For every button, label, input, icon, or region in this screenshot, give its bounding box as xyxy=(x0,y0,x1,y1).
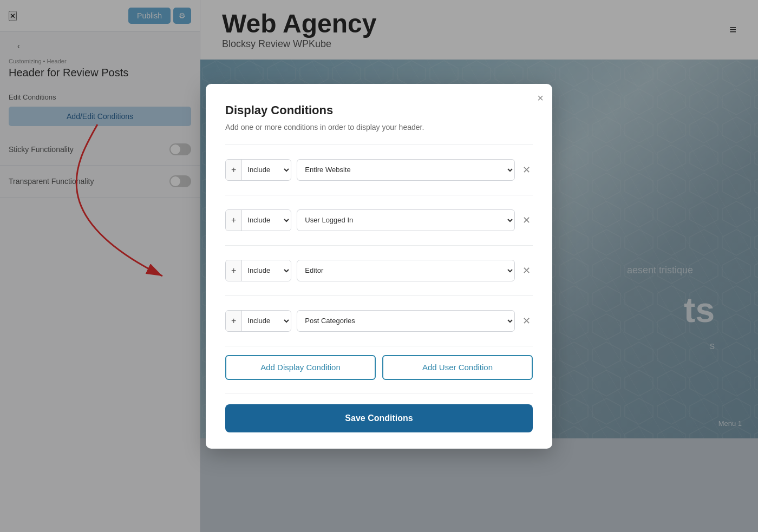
condition-value-select-4[interactable]: Post Categories Posts Pages xyxy=(297,310,515,332)
condition-plus-2: + xyxy=(226,210,242,231)
condition-remove-4[interactable]: ✕ xyxy=(520,314,533,328)
condition-row-4: + Include Exclude Post Categories Posts … xyxy=(225,305,533,337)
modal-close-button[interactable]: × xyxy=(537,93,544,103)
divider-top xyxy=(225,145,533,145)
modal-title: Display Conditions xyxy=(225,103,533,117)
condition-type-select-1[interactable]: Include Exclude xyxy=(242,160,291,180)
divider-4 xyxy=(225,346,533,346)
divider-3 xyxy=(225,295,533,296)
modal-overlay: × Display Conditions Add one or more con… xyxy=(0,0,758,532)
divider-bottom xyxy=(225,393,533,393)
condition-left-2: + Include Exclude xyxy=(225,209,291,231)
condition-left-1: + Include Exclude xyxy=(225,159,291,181)
condition-value-select-1[interactable]: Entire Website Front Page Blog Page 404 … xyxy=(297,159,515,181)
condition-value-select-3[interactable]: Editor Administrator Author xyxy=(297,260,515,281)
condition-left-4: + Include Exclude xyxy=(225,310,291,332)
condition-type-select-4[interactable]: Include Exclude xyxy=(242,311,291,331)
condition-plus-4: + xyxy=(226,311,242,331)
add-display-condition-button[interactable]: Add Display Condition xyxy=(225,355,376,380)
condition-type-select-2[interactable]: Include Exclude xyxy=(242,210,291,231)
add-condition-buttons: Add Display Condition Add User Condition xyxy=(225,355,533,380)
modal-description: Add one or more conditions in order to d… xyxy=(225,123,533,132)
condition-plus-1: + xyxy=(226,160,242,180)
divider-1 xyxy=(225,195,533,195)
condition-type-select-3[interactable]: Include Exclude xyxy=(242,260,291,281)
condition-row-1: + Include Exclude Entire Website Front P… xyxy=(225,154,533,186)
save-conditions-button[interactable]: Save Conditions xyxy=(225,404,533,432)
condition-remove-1[interactable]: ✕ xyxy=(520,163,533,177)
condition-value-select-2[interactable]: User Logged In User Logged Out xyxy=(297,209,515,231)
condition-left-3: + Include Exclude xyxy=(225,260,291,281)
condition-remove-3[interactable]: ✕ xyxy=(520,264,533,278)
modal-dialog: × Display Conditions Add one or more con… xyxy=(206,84,552,449)
condition-plus-3: + xyxy=(226,260,242,281)
condition-row-2: + Include Exclude User Logged In User Lo… xyxy=(225,204,533,237)
condition-remove-2[interactable]: ✕ xyxy=(520,213,533,227)
add-user-condition-button[interactable]: Add User Condition xyxy=(382,355,533,380)
condition-row-3: + Include Exclude Editor Administrator A… xyxy=(225,254,533,287)
divider-2 xyxy=(225,245,533,246)
